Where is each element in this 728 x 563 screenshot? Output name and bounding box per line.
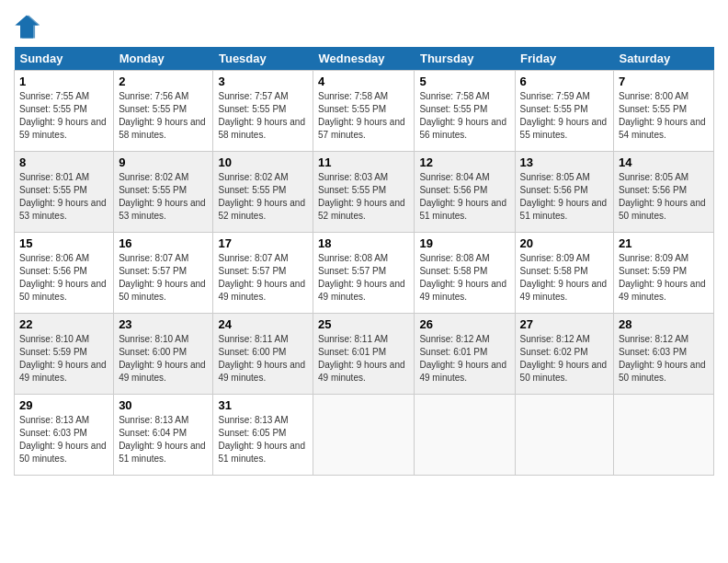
calendar-week-4: 22 Sunrise: 8:10 AMSunset: 5:59 PMDaylig… [15,314,714,395]
calendar-cell: 10 Sunrise: 8:02 AMSunset: 5:55 PMDaylig… [213,152,313,233]
calendar-week-3: 15 Sunrise: 8:06 AMSunset: 5:56 PMDaylig… [15,233,714,314]
day-detail: Sunrise: 8:04 AMSunset: 5:56 PMDaylight:… [419,172,506,221]
day-number: 13 [520,155,609,169]
day-number: 22 [19,317,108,331]
day-number: 19 [419,236,509,250]
logo [14,14,42,40]
day-detail: Sunrise: 8:12 AMSunset: 6:01 PMDaylight:… [419,334,506,383]
weekday-sunday: Sunday [15,47,114,71]
day-number: 18 [318,236,409,250]
calendar-week-2: 8 Sunrise: 8:01 AMSunset: 5:55 PMDayligh… [15,152,714,233]
day-number: 20 [520,236,609,250]
calendar-cell: 8 Sunrise: 8:01 AMSunset: 5:55 PMDayligh… [15,152,114,233]
day-number: 21 [619,236,709,250]
day-detail: Sunrise: 7:56 AMSunset: 5:55 PMDaylight:… [119,91,206,140]
calendar-cell: 3 Sunrise: 7:57 AMSunset: 5:55 PMDayligh… [213,71,313,152]
calendar-cell: 24 Sunrise: 8:11 AMSunset: 6:00 PMDaylig… [213,314,313,395]
calendar-cell: 14 Sunrise: 8:05 AMSunset: 5:56 PMDaylig… [614,152,714,233]
day-detail: Sunrise: 7:58 AMSunset: 5:55 PMDaylight:… [318,91,405,140]
weekday-monday: Monday [114,47,213,71]
day-detail: Sunrise: 8:09 AMSunset: 5:58 PMDaylight:… [520,253,608,302]
day-detail: Sunrise: 8:05 AMSunset: 5:56 PMDaylight:… [619,172,706,221]
day-detail: Sunrise: 7:59 AMSunset: 5:55 PMDaylight:… [520,91,608,140]
day-number: 10 [218,155,308,169]
day-number: 24 [218,317,308,331]
calendar-cell [313,395,415,476]
day-number: 25 [318,317,409,331]
day-detail: Sunrise: 8:11 AMSunset: 6:01 PMDaylight:… [318,334,405,383]
calendar-week-1: 1 Sunrise: 7:55 AMSunset: 5:55 PMDayligh… [15,71,714,152]
calendar-cell [515,395,613,476]
day-detail: Sunrise: 8:06 AMSunset: 5:56 PMDaylight:… [19,253,107,302]
day-number: 28 [619,317,709,331]
calendar-cell: 30 Sunrise: 8:13 AMSunset: 6:04 PMDaylig… [114,395,213,476]
day-detail: Sunrise: 8:02 AMSunset: 5:55 PMDaylight:… [218,172,305,221]
day-number: 9 [119,155,208,169]
day-number: 11 [318,155,409,169]
logo-icon [14,14,40,40]
calendar-cell: 2 Sunrise: 7:56 AMSunset: 5:55 PMDayligh… [114,71,213,152]
day-detail: Sunrise: 8:10 AMSunset: 6:00 PMDaylight:… [119,334,206,383]
calendar-cell: 26 Sunrise: 8:12 AMSunset: 6:01 PMDaylig… [415,314,515,395]
calendar-cell: 11 Sunrise: 8:03 AMSunset: 5:55 PMDaylig… [313,152,415,233]
day-detail: Sunrise: 8:08 AMSunset: 5:58 PMDaylight:… [419,253,506,302]
day-number: 8 [19,155,108,169]
day-number: 30 [119,398,208,412]
calendar-cell: 31 Sunrise: 8:13 AMSunset: 6:05 PMDaylig… [213,395,313,476]
weekday-friday: Friday [515,47,613,71]
day-detail: Sunrise: 8:13 AMSunset: 6:05 PMDaylight:… [218,415,305,464]
calendar-cell: 27 Sunrise: 8:12 AMSunset: 6:02 PMDaylig… [515,314,613,395]
calendar-cell: 5 Sunrise: 7:58 AMSunset: 5:55 PMDayligh… [415,71,515,152]
calendar-week-5: 29 Sunrise: 8:13 AMSunset: 6:03 PMDaylig… [15,395,714,476]
calendar-cell: 22 Sunrise: 8:10 AMSunset: 5:59 PMDaylig… [15,314,114,395]
day-number: 6 [520,75,609,88]
calendar-cell: 6 Sunrise: 7:59 AMSunset: 5:55 PMDayligh… [515,71,613,152]
calendar-cell: 1 Sunrise: 7:55 AMSunset: 5:55 PMDayligh… [15,71,114,152]
calendar-cell: 16 Sunrise: 8:07 AMSunset: 5:57 PMDaylig… [114,233,213,314]
calendar-cell: 7 Sunrise: 8:00 AMSunset: 5:55 PMDayligh… [614,71,714,152]
day-number: 12 [419,155,509,169]
day-number: 23 [119,317,208,331]
calendar-table: SundayMondayTuesdayWednesdayThursdayFrid… [14,47,714,476]
day-detail: Sunrise: 8:02 AMSunset: 5:55 PMDaylight:… [119,172,206,221]
day-detail: Sunrise: 8:07 AMSunset: 5:57 PMDaylight:… [218,253,305,302]
calendar-cell: 29 Sunrise: 8:13 AMSunset: 6:03 PMDaylig… [15,395,114,476]
day-detail: Sunrise: 8:01 AMSunset: 5:55 PMDaylight:… [19,172,107,221]
day-detail: Sunrise: 8:05 AMSunset: 5:56 PMDaylight:… [520,172,608,221]
calendar-cell: 21 Sunrise: 8:09 AMSunset: 5:59 PMDaylig… [614,233,714,314]
day-number: 5 [419,75,509,88]
day-detail: Sunrise: 8:13 AMSunset: 6:03 PMDaylight:… [19,415,107,464]
calendar-cell [415,395,515,476]
day-number: 3 [218,75,308,88]
calendar-cell: 23 Sunrise: 8:10 AMSunset: 6:00 PMDaylig… [114,314,213,395]
day-number: 17 [218,236,308,250]
calendar-cell: 4 Sunrise: 7:58 AMSunset: 5:55 PMDayligh… [313,71,415,152]
calendar-cell: 18 Sunrise: 8:08 AMSunset: 5:57 PMDaylig… [313,233,415,314]
day-number: 4 [318,75,409,88]
day-number: 29 [19,398,108,412]
day-detail: Sunrise: 8:03 AMSunset: 5:55 PMDaylight:… [318,172,405,221]
calendar-cell: 20 Sunrise: 8:09 AMSunset: 5:58 PMDaylig… [515,233,613,314]
weekday-saturday: Saturday [614,47,714,71]
day-detail: Sunrise: 8:07 AMSunset: 5:57 PMDaylight:… [119,253,206,302]
calendar-cell: 13 Sunrise: 8:05 AMSunset: 5:56 PMDaylig… [515,152,613,233]
day-number: 27 [520,317,609,331]
day-number: 2 [119,75,208,88]
day-detail: Sunrise: 8:11 AMSunset: 6:00 PMDaylight:… [218,334,305,383]
day-detail: Sunrise: 8:12 AMSunset: 6:02 PMDaylight:… [520,334,608,383]
weekday-header-row: SundayMondayTuesdayWednesdayThursdayFrid… [15,47,714,71]
calendar-cell: 25 Sunrise: 8:11 AMSunset: 6:01 PMDaylig… [313,314,415,395]
calendar-cell [614,395,714,476]
calendar-cell: 15 Sunrise: 8:06 AMSunset: 5:56 PMDaylig… [15,233,114,314]
day-number: 26 [419,317,509,331]
day-number: 16 [119,236,208,250]
page-container: SundayMondayTuesdayWednesdayThursdayFrid… [0,0,728,480]
day-detail: Sunrise: 8:08 AMSunset: 5:57 PMDaylight:… [318,253,405,302]
weekday-wednesday: Wednesday [313,47,415,71]
day-detail: Sunrise: 7:55 AMSunset: 5:55 PMDaylight:… [19,91,107,140]
day-number: 1 [19,75,108,88]
page-header [14,9,714,40]
day-number: 31 [218,398,308,412]
day-number: 14 [619,155,709,169]
day-number: 15 [19,236,108,250]
